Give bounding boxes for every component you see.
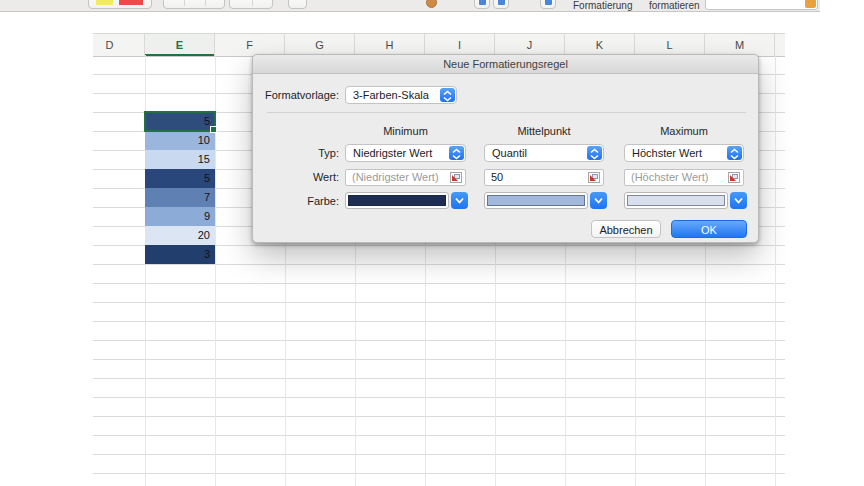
wert-maximum-input[interactable]: (Höchster Wert)	[624, 169, 744, 186]
chevron-down-icon	[593, 197, 604, 205]
divider	[267, 112, 746, 113]
highlight-color-icon	[96, 0, 113, 5]
gridline	[93, 397, 785, 398]
gridline	[93, 359, 785, 360]
formatierung-label: Formatierung	[573, 0, 632, 11]
farbe-minimum-well[interactable]	[345, 192, 449, 209]
cell-E11[interactable]: 3	[145, 245, 215, 264]
cell-E8[interactable]: 7	[145, 188, 215, 207]
toolbar-button-group-1[interactable]	[163, 0, 225, 9]
column-header-G[interactable]: G	[285, 34, 355, 56]
typ-label: Typ:	[259, 144, 339, 162]
typ-maximum-dropdown[interactable]: Höchster Wert	[624, 144, 744, 162]
range-picker-icon[interactable]	[450, 172, 462, 183]
font-color-icon	[119, 0, 143, 5]
field-accent-icon	[805, 0, 816, 8]
column-header-H[interactable]: H	[355, 34, 425, 56]
typ-maximum-value: Höchster Wert	[632, 147, 702, 159]
gridline	[93, 435, 785, 436]
typ-minimum-value: Niedrigster Wert	[353, 147, 432, 159]
column-header-K[interactable]: K	[565, 34, 635, 56]
stepper-icon	[440, 88, 455, 102]
color-swatch-buttons[interactable]	[88, 0, 152, 9]
cell-E6[interactable]: 15	[145, 150, 215, 169]
color-swatch	[348, 195, 446, 206]
ok-button[interactable]: OK	[671, 220, 747, 238]
maximum-caption: Maximum	[624, 124, 744, 138]
cell-E5[interactable]: 10	[145, 131, 215, 150]
farbe-mittelpunkt-well[interactable]	[484, 192, 588, 209]
divider	[184, 0, 185, 6]
chevron-down-icon	[733, 197, 744, 205]
dialog-titlebar[interactable]: Neue Formatierungsregel	[253, 55, 758, 74]
typ-mittelpunkt-dropdown[interactable]: Quantil	[484, 144, 604, 162]
wert-mittelpunkt-value: 50	[491, 171, 503, 183]
toolbar: Formatierung formatieren	[0, 0, 820, 12]
gridline	[93, 473, 785, 474]
toolbar-button-group-2[interactable]	[229, 0, 273, 9]
chevron-down-icon	[454, 197, 465, 205]
column-header-L[interactable]: L	[635, 34, 705, 56]
farbe-label: Farbe:	[259, 192, 339, 210]
toolbar-icon-button-2[interactable]	[493, 0, 509, 9]
column-header-F[interactable]: F	[215, 34, 285, 56]
toolbar-search-field[interactable]	[705, 0, 818, 10]
divider	[205, 0, 206, 6]
gridline	[93, 454, 785, 455]
gridline	[93, 378, 785, 379]
wert-mittelpunkt-input[interactable]: 50	[484, 169, 604, 186]
wert-minimum-value: (Niedrigster Wert)	[352, 171, 439, 183]
wert-maximum-value: (Höchster Wert)	[631, 171, 708, 183]
color-swatch	[627, 195, 725, 206]
column-header-D[interactable]: D	[93, 34, 145, 56]
cell-E10[interactable]: 20	[145, 226, 215, 245]
column-header-M[interactable]: M	[705, 34, 775, 56]
typ-minimum-dropdown[interactable]: Niedrigster Wert	[345, 144, 466, 162]
stepper-icon	[449, 146, 464, 160]
gridline	[93, 302, 785, 303]
farbe-mittelpunkt-dropdown[interactable]	[590, 192, 607, 209]
gridline	[93, 340, 785, 341]
blue-glyph-icon	[479, 0, 486, 5]
column-header-J[interactable]: J	[495, 34, 565, 56]
toolbar-icon-button-1[interactable]	[474, 0, 490, 9]
formatvorlage-label: Formatvorlage:	[259, 86, 339, 104]
farbe-minimum-dropdown[interactable]	[451, 192, 468, 209]
dialog-title: Neue Formatierungsregel	[253, 55, 758, 73]
toolbar-button-small[interactable]	[288, 0, 307, 9]
formatvorlage-value: 3-Farben-Skala	[353, 89, 429, 101]
blue-glyph-icon	[498, 0, 505, 5]
formatvorlage-dropdown[interactable]: 3-Farben-Skala	[345, 86, 457, 104]
stepper-icon	[727, 146, 742, 160]
blue-glyph-icon	[545, 0, 552, 5]
formatieren-label: formatieren	[649, 0, 700, 11]
gridline	[93, 264, 785, 265]
wert-minimum-input[interactable]: (Niedrigster Wert)	[345, 169, 466, 186]
cell-E9[interactable]: 9	[145, 207, 215, 226]
orange-badge-icon	[426, 0, 437, 8]
cancel-button[interactable]: Abbrechen	[591, 220, 661, 238]
cell-E4[interactable]: 5	[145, 112, 215, 131]
color-swatch	[487, 195, 585, 206]
gridline	[93, 321, 785, 322]
cell-E7[interactable]: 5	[145, 169, 215, 188]
gridline	[775, 55, 776, 486]
wert-label: Wert:	[259, 168, 339, 186]
gridline	[215, 55, 216, 486]
range-picker-icon[interactable]	[588, 172, 600, 183]
divider	[252, 0, 253, 6]
excel-window: Formatierung formatieren DEFGHIJKLM 5101…	[0, 0, 864, 486]
typ-mittelpunkt-value: Quantil	[492, 147, 527, 159]
range-picker-icon[interactable]	[728, 172, 740, 183]
column-header-I[interactable]: I	[425, 34, 495, 56]
minimum-caption: Minimum	[345, 124, 466, 138]
farbe-maximum-well[interactable]	[624, 192, 728, 209]
stepper-icon	[587, 146, 602, 160]
gridline	[93, 283, 785, 284]
column-header-E[interactable]: E	[145, 34, 215, 56]
gridline	[93, 416, 785, 417]
toolbar-icon-button-3[interactable]	[540, 0, 556, 9]
mittelpunkt-caption: Mittelpunkt	[484, 124, 604, 138]
new-formatting-rule-dialog: Neue Formatierungsregel Formatvorlage: 3…	[252, 54, 759, 243]
farbe-maximum-dropdown[interactable]	[730, 192, 747, 209]
